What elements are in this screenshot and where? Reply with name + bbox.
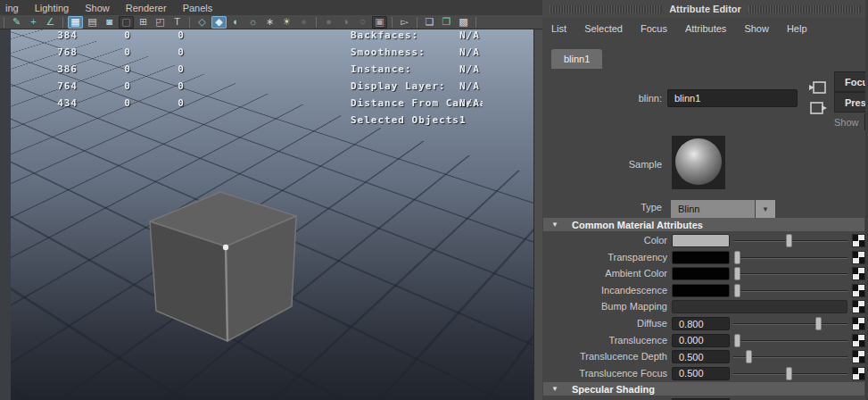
attr-slider[interactable] bbox=[733, 233, 847, 248]
ae-menu-selected[interactable]: Selected bbox=[575, 23, 632, 34]
texture-map-button[interactable] bbox=[853, 301, 864, 312]
texture-map-button[interactable] bbox=[853, 318, 864, 329]
slider-handle[interactable] bbox=[815, 317, 822, 330]
attr-slider[interactable] bbox=[733, 266, 847, 281]
node-name-input[interactable]: blinn1 bbox=[667, 89, 798, 107]
attr-slider[interactable] bbox=[733, 250, 847, 265]
viewport-toolbar: ✎+∠▦▤◙▢⊞◰T◇◆◐☼∗☀●●◑○▣▻❏❐▩ bbox=[0, 15, 542, 29]
sample-label: Sample bbox=[542, 159, 662, 170]
isolate-view-icon[interactable]: ❏ bbox=[422, 16, 437, 29]
texture-map-button[interactable] bbox=[853, 351, 864, 362]
viewport-3d-canvas[interactable]: 3840076800386007640043400 Backfaces:N/AS… bbox=[11, 29, 533, 400]
move-tool-icon[interactable]: + bbox=[26, 16, 41, 29]
input-connection-button[interactable] bbox=[807, 79, 829, 96]
map-input[interactable] bbox=[672, 300, 847, 313]
slider-handle[interactable] bbox=[746, 350, 752, 363]
viewport-menu-show[interactable]: Show bbox=[77, 3, 118, 13]
tab-bar: blinn1 bbox=[542, 39, 868, 70]
smooth-shade-icon[interactable]: ◆ bbox=[211, 16, 227, 29]
color-swatch[interactable] bbox=[672, 251, 730, 264]
panel-edge-strip bbox=[0, 29, 11, 400]
section-specular-shading[interactable]: ▼ Specular Shading bbox=[543, 382, 864, 396]
hud-info-row: Selected Objects:1 bbox=[351, 114, 533, 131]
texture-map-button[interactable] bbox=[853, 268, 864, 279]
safe-title-icon[interactable]: T bbox=[169, 16, 185, 29]
ae-menu-focus[interactable]: Focus bbox=[632, 23, 676, 34]
texture-map-button[interactable] bbox=[853, 335, 864, 346]
hud-value: 0 bbox=[119, 97, 136, 109]
hud-poly-count: 3840076800386007640043400 bbox=[40, 29, 236, 114]
presets-button[interactable]: Presets bbox=[834, 92, 868, 112]
output-connection-button[interactable] bbox=[807, 99, 829, 117]
gradient-sphere-icon[interactable]: ◑ bbox=[338, 16, 353, 29]
tab-blinn1[interactable]: blinn1 bbox=[551, 49, 602, 69]
hud-poly-row: 38600 bbox=[40, 63, 236, 80]
attr-slider[interactable] bbox=[733, 366, 847, 381]
material-sample-swatch[interactable] bbox=[672, 136, 725, 189]
hud-poly-row: 43400 bbox=[40, 97, 236, 114]
slider-handle[interactable] bbox=[734, 334, 740, 347]
value-input[interactable]: 0.800 bbox=[672, 317, 730, 330]
texture-map-button[interactable] bbox=[853, 235, 864, 246]
ae-menu-attributes[interactable]: Attributes bbox=[676, 23, 735, 34]
slider-handle[interactable] bbox=[786, 367, 792, 380]
viewport-menu-panels[interactable]: Panels bbox=[175, 3, 221, 13]
viewport-menu-renderer[interactable]: Renderer bbox=[118, 3, 175, 13]
value-input[interactable]: 0.500 bbox=[672, 367, 730, 380]
texture-map-button[interactable] bbox=[853, 252, 864, 263]
wireframe-icon[interactable]: ◇ bbox=[194, 16, 210, 29]
grid-icon[interactable]: ▦ bbox=[68, 16, 83, 29]
viewport-menu-ing[interactable]: ing bbox=[0, 3, 27, 13]
viewport-menu-lighting[interactable]: Lighting bbox=[27, 3, 78, 13]
angle-pencil-icon[interactable]: ∠ bbox=[43, 16, 58, 29]
slider-track bbox=[733, 273, 847, 275]
hud-value: 0 bbox=[172, 97, 190, 109]
slider-handle[interactable] bbox=[786, 234, 792, 247]
select-cursor-icon[interactable]: ▻ bbox=[397, 16, 412, 29]
hud-info-value: N/A bbox=[459, 63, 480, 75]
color-swatch[interactable] bbox=[672, 284, 730, 297]
shadows-icon[interactable]: ∗ bbox=[262, 16, 277, 29]
type-dropdown[interactable]: Blinn bbox=[671, 200, 755, 218]
slider-handle[interactable] bbox=[734, 267, 740, 280]
textured-icon[interactable]: ◐ bbox=[228, 16, 244, 29]
value-input[interactable]: 0.000 bbox=[672, 334, 730, 347]
use-lights-icon[interactable]: ☼ bbox=[245, 16, 260, 29]
ae-menu-list[interactable]: List bbox=[542, 23, 575, 34]
motion-blur-icon[interactable]: ● bbox=[296, 16, 311, 29]
show-button[interactable]: Show bbox=[834, 117, 859, 128]
ring-icon[interactable]: ○ bbox=[355, 16, 370, 29]
ae-menu-show[interactable]: Show bbox=[735, 23, 778, 34]
ae-menu-help[interactable]: Help bbox=[778, 23, 816, 34]
panel-separator[interactable] bbox=[533, 29, 542, 400]
snap-brush-icon[interactable]: ✎ bbox=[9, 16, 24, 29]
film-gate-icon[interactable]: ▤ bbox=[85, 16, 100, 29]
type-dropdown-arrow[interactable]: ▼ bbox=[756, 200, 775, 218]
image-plane-icon[interactable]: ▩ bbox=[456, 16, 471, 29]
attr-slider[interactable] bbox=[733, 333, 847, 348]
slider-handle[interactable] bbox=[734, 251, 740, 264]
hud-info-value: 1 bbox=[459, 114, 467, 126]
attribute-editor-titlebar[interactable]: Attribute Editor bbox=[542, 0, 868, 18]
value-input[interactable]: 0.500 bbox=[672, 350, 730, 363]
attr-label: Translucence Focus bbox=[542, 368, 667, 379]
color-swatch[interactable] bbox=[672, 234, 730, 247]
gate-mask-icon[interactable]: ▢ bbox=[119, 16, 134, 29]
section-common-material-attributes[interactable]: ▼ Common Material Attributes bbox=[543, 218, 864, 231]
focus-button[interactable]: Focus bbox=[834, 71, 868, 92]
safe-action-icon[interactable]: ◰ bbox=[153, 16, 168, 29]
attr-slider[interactable] bbox=[733, 349, 847, 364]
isolate-selected-icon[interactable]: ❐ bbox=[439, 16, 454, 29]
color-swatch[interactable] bbox=[672, 267, 730, 280]
attr-label: Bump Mapping bbox=[542, 301, 667, 312]
camera-sphere-icon[interactable]: ● bbox=[321, 16, 336, 29]
slider-handle[interactable] bbox=[734, 284, 740, 297]
texture-map-button[interactable] bbox=[853, 368, 864, 379]
texture-map-button[interactable] bbox=[853, 285, 864, 296]
attr-slider[interactable] bbox=[733, 283, 847, 298]
xray-icon[interactable]: ▣ bbox=[372, 16, 387, 29]
resolution-gate-icon[interactable]: ◙ bbox=[102, 16, 117, 29]
attr-slider[interactable] bbox=[733, 316, 847, 331]
field-chart-icon[interactable]: ⊞ bbox=[136, 16, 151, 29]
occlusion-icon[interactable]: ☀ bbox=[279, 16, 294, 29]
